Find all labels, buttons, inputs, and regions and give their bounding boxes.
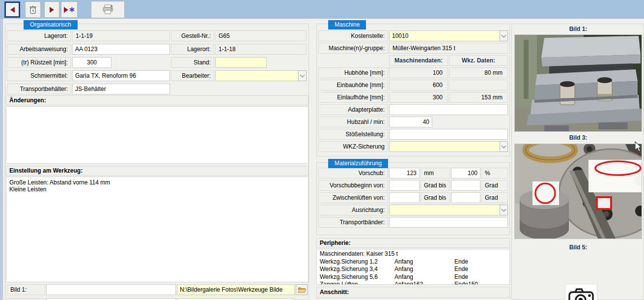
bild3-caption: Bild 3: bbox=[512, 134, 644, 141]
ausrichtung-dropdown[interactable] bbox=[389, 205, 508, 215]
metal-parts-photo-illustration bbox=[515, 144, 642, 239]
einbauhoehe-wkz-value bbox=[449, 80, 508, 90]
peripherie-ende: Ende bbox=[454, 266, 468, 273]
chevron-down-icon bbox=[300, 73, 305, 78]
gestell-nr-label: Gestell-Nr.: bbox=[171, 30, 214, 41]
vorschubbeginn-bis-input[interactable] bbox=[451, 180, 480, 191]
window-edge bbox=[0, 19, 3, 300]
kostenstelle-input[interactable] bbox=[389, 30, 500, 41]
einbauhoehe-maschine-value: 600 bbox=[389, 80, 448, 90]
vorschubbeginn-von-input[interactable] bbox=[389, 180, 420, 191]
maschinengruppe-label: Maschine(n)/-gruppe: bbox=[318, 43, 388, 54]
zwischenlueften-grad-label: Grad bbox=[481, 192, 508, 203]
press-die-photo-illustration bbox=[515, 35, 642, 132]
zwischenlueften-von-input[interactable] bbox=[389, 192, 420, 203]
bild2-label-clipped bbox=[7, 298, 45, 300]
chevron-down-icon bbox=[502, 144, 506, 149]
bild1-photo[interactable] bbox=[514, 34, 642, 132]
hubhoehe-label: Hubhöhe [mm]: bbox=[318, 67, 388, 78]
forward-icon bbox=[50, 7, 54, 13]
ruestzeit-input[interactable] bbox=[72, 57, 112, 68]
bild1-label: Bild 1: bbox=[7, 284, 45, 295]
bild1-filename-input[interactable] bbox=[46, 284, 176, 295]
zwischenlueften-grad-bis-label: Grad bis bbox=[420, 192, 450, 203]
peripherie-row: Zangen Lüften Anfang162 Ende150 bbox=[320, 281, 506, 285]
wkz-sicherung-label: WKZ-Sicherung bbox=[318, 141, 388, 152]
peripherie-name: Werkzg.Sicherung 3,4 bbox=[320, 266, 394, 273]
stand-label: Stand: bbox=[171, 57, 214, 68]
new-record-button[interactable] bbox=[61, 1, 78, 18]
bild3-photo[interactable] bbox=[514, 144, 642, 239]
bild2-path-input-clipped[interactable] bbox=[177, 298, 295, 300]
ruestzeit-label: (tr) Rüstzeit [min]: bbox=[7, 57, 71, 68]
wkz-sicherung-dropdown-button[interactable] bbox=[500, 141, 508, 152]
peripherie-ende: Ende bbox=[454, 273, 468, 281]
arbeitsanweisung-label: Arbeitsanweisung: bbox=[7, 44, 71, 55]
stoesselstellung-label: Stößelstellung: bbox=[318, 129, 388, 140]
bild5-caption: Bild 5: bbox=[512, 244, 644, 251]
chevron-down-icon bbox=[502, 33, 506, 38]
ausrichtung-dropdown-button[interactable] bbox=[500, 205, 508, 215]
aenderungen-textarea[interactable] bbox=[6, 106, 308, 164]
peripherie-ende: Ende bbox=[454, 258, 468, 266]
bild5-placeholder[interactable] bbox=[565, 284, 597, 300]
kostenstelle-dropdown[interactable] bbox=[389, 30, 508, 41]
delete-record-button[interactable] bbox=[25, 1, 41, 18]
stand-input[interactable] bbox=[215, 57, 267, 68]
schmiermittel-label: Schmiermittel: bbox=[7, 70, 71, 81]
peripherie-anfang: Anfang bbox=[394, 273, 454, 281]
einlaufhoehe-label: Einlaufhöhe [mm]: bbox=[318, 92, 388, 103]
bild2-filename-input-clipped[interactable] bbox=[46, 298, 176, 300]
trash-icon bbox=[28, 5, 37, 15]
einlaufhoehe-maschine-value: 300 bbox=[389, 92, 448, 103]
folder-open-icon bbox=[298, 287, 306, 293]
ausrichtung-input[interactable] bbox=[389, 205, 500, 215]
lagerort-value: 1-1-19 bbox=[72, 30, 170, 41]
toolbar bbox=[0, 0, 644, 19]
peripherie-anfang: Anfang bbox=[394, 266, 454, 273]
transportbehaelter-label: Transportbehälter: bbox=[7, 84, 71, 94]
bearbeiter-label: Bearbeiter: bbox=[171, 70, 214, 81]
stoesselstellung-input[interactable] bbox=[389, 129, 508, 140]
peripherie-anfang: Anfang bbox=[394, 258, 454, 266]
bild1-browse-button[interactable] bbox=[296, 284, 308, 295]
back-icon bbox=[10, 7, 15, 13]
anschnitt-header: Anschnitt: bbox=[316, 287, 510, 298]
vorschubbeginn-grad-label: Grad bbox=[481, 180, 508, 191]
lagerort2-label: Lagerort: bbox=[171, 44, 214, 55]
peripherie-header: Peripherie: bbox=[316, 238, 510, 248]
vorschub-percent-input[interactable] bbox=[451, 168, 480, 179]
aenderungen-header: Änderungen: bbox=[6, 95, 308, 105]
hubhoehe-maschine-value: 100 bbox=[389, 67, 448, 78]
kostenstelle-label: Kostenstelle: bbox=[318, 30, 388, 41]
hubhoehe-wkz-value: 80 mm bbox=[449, 67, 508, 78]
bild1-path-input[interactable] bbox=[177, 284, 295, 295]
back-button[interactable] bbox=[4, 1, 20, 18]
arbeitsanweisung-input[interactable] bbox=[72, 44, 170, 55]
einbauhoehe-label: Einbauhöhe [mm]: bbox=[318, 80, 388, 90]
peripherie-ende: Ende150 bbox=[454, 281, 478, 285]
hubzahl-input[interactable] bbox=[389, 117, 432, 127]
einstellung-textarea[interactable]: Große Leisten: Abstand vorne 114 mm Klei… bbox=[6, 177, 308, 282]
transportbaender-input[interactable] bbox=[389, 217, 508, 228]
bearbeiter-input[interactable] bbox=[215, 70, 299, 81]
print-button[interactable] bbox=[91, 1, 125, 18]
adapterplatte-input[interactable] bbox=[389, 104, 508, 115]
peripherie-name: Zangen Lüften bbox=[320, 281, 394, 285]
tab-materialzufuehrung: Materialzuführung bbox=[328, 159, 388, 168]
adapterplatte-label: Adapterplatte: bbox=[318, 104, 388, 115]
bearbeiter-dropdown-button[interactable] bbox=[298, 70, 307, 81]
forward-button[interactable] bbox=[44, 1, 59, 18]
bearbeiter-dropdown[interactable] bbox=[215, 70, 307, 81]
vorschub-mm-input[interactable] bbox=[389, 168, 420, 179]
kostenstelle-dropdown-button[interactable] bbox=[500, 30, 508, 41]
mouse-cursor bbox=[635, 141, 642, 152]
zwischenlueften-bis-input[interactable] bbox=[451, 192, 480, 203]
printer-icon bbox=[102, 4, 114, 15]
wkz-sicherung-input[interactable] bbox=[389, 141, 500, 152]
peripherie-content[interactable]: Maschinendaten: Kaiser 315 t Werkzg.Sich… bbox=[316, 249, 510, 285]
transportbehaelter-input[interactable] bbox=[72, 84, 170, 94]
wkz-sicherung-dropdown[interactable] bbox=[389, 141, 508, 152]
schmiermittel-input[interactable] bbox=[72, 70, 170, 81]
lagerort-label: Lagerort: bbox=[7, 30, 71, 41]
